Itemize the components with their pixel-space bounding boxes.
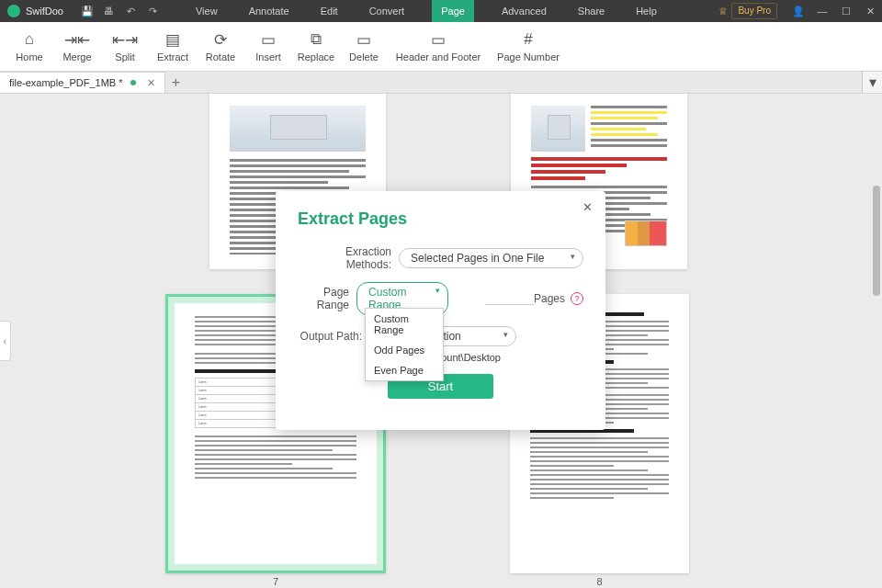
merge-icon: ⇥⇤ — [68, 30, 86, 49]
dialog-close-button[interactable]: ✕ — [582, 200, 593, 214]
output-path-label: Output Path: — [298, 330, 369, 343]
ribbon-insert[interactable]: ▭Insert — [244, 24, 292, 70]
ribbon-home[interactable]: ⌂Home — [6, 24, 53, 70]
page-number-label: 8 — [510, 576, 689, 587]
menu-view[interactable]: View — [192, 0, 221, 22]
dropdown-option-even-page[interactable]: Even Page — [366, 360, 443, 380]
window-maximize-icon[interactable]: ☐ — [834, 0, 858, 22]
pages-input-underline[interactable] — [485, 292, 534, 305]
crown-icon: ♕ — [718, 6, 728, 17]
menu-edit[interactable]: Edit — [317, 0, 342, 22]
redo-icon[interactable]: ↷ — [142, 0, 164, 22]
ribbon-header-footer[interactable]: ▭Header and Footer — [388, 24, 489, 70]
page-number-label: 7 — [165, 576, 386, 587]
pages-label: Pages — [534, 292, 565, 305]
ribbon-extract-label: Extract — [157, 51, 188, 62]
menu-page[interactable]: Page — [432, 0, 474, 22]
app-logo-icon — [7, 5, 20, 17]
title-bar: SwifDoo 💾 🖶 ↶ ↷ View Annotate Edit Conve… — [0, 0, 882, 22]
ribbon-page-number-label: Page Number — [497, 51, 560, 62]
chart-placeholder — [625, 220, 667, 246]
menu-advanced[interactable]: Advanced — [498, 0, 550, 22]
window-close-icon[interactable]: ✕ — [858, 0, 882, 22]
ribbon-header-footer-label: Header and Footer — [396, 51, 481, 62]
ribbon-page-number[interactable]: #Page Number — [489, 24, 568, 70]
ribbon-delete[interactable]: ▭Delete — [340, 24, 388, 70]
side-panel-toggle[interactable]: ‹ — [0, 321, 11, 361]
replace-icon: ⧉ — [307, 30, 325, 49]
user-icon[interactable]: 👤 — [786, 0, 810, 22]
vertical-scrollbar[interactable] — [873, 94, 880, 588]
menu-convert[interactable]: Convert — [366, 0, 409, 22]
window-minimize-icon[interactable]: — — [810, 0, 834, 22]
buy-pro-button[interactable]: Buy Pro — [731, 3, 777, 19]
tab-overflow-button[interactable]: ▾ — [862, 72, 882, 93]
ribbon-home-label: Home — [16, 51, 42, 62]
ribbon-replace[interactable]: ⧉Replace — [292, 24, 340, 70]
ribbon-insert-label: Insert — [255, 51, 281, 62]
document-tab-label: file-example_PDF_1MB * — [9, 77, 123, 88]
home-icon: ⌂ — [20, 30, 39, 49]
ribbon-split-label: Split — [115, 51, 134, 62]
main-menu: View Annotate Edit Convert Page Advanced… — [192, 0, 661, 22]
new-tab-button[interactable]: + — [165, 72, 187, 93]
extraction-method-select[interactable]: Selected Pages in One File — [399, 248, 583, 268]
help-icon[interactable]: ? — [571, 292, 583, 305]
tab-close-icon[interactable]: ✕ — [147, 77, 155, 89]
page-range-label: Page Range — [298, 286, 356, 311]
insert-icon: ▭ — [259, 30, 277, 49]
ribbon-merge[interactable]: ⇥⇤Merge — [53, 24, 101, 70]
delete-icon: ▭ — [355, 30, 373, 49]
dropdown-option-odd-pages[interactable]: Odd Pages — [366, 340, 443, 360]
extract-icon: ▤ — [164, 30, 182, 49]
ribbon-replace-label: Replace — [298, 51, 334, 62]
save-icon[interactable]: 💾 — [76, 0, 98, 22]
scrollbar-thumb[interactable] — [873, 186, 880, 296]
dialog-title: Extract Pages — [298, 209, 583, 229]
menu-help[interactable]: Help — [632, 0, 661, 22]
print-icon[interactable]: 🖶 — [98, 0, 120, 22]
ribbon-split[interactable]: ⇤⇥Split — [101, 24, 149, 70]
split-icon: ⇤⇥ — [116, 30, 134, 49]
ribbon-rotate[interactable]: ⟳Rotate — [197, 24, 244, 70]
unsaved-dot-icon — [130, 80, 136, 85]
document-tab-strip: file-example_PDF_1MB * ✕ + ▾ — [0, 72, 882, 94]
ribbon-delete-label: Delete — [349, 51, 379, 62]
extraction-method-label: Exraction Methods: — [298, 245, 399, 271]
menu-share[interactable]: Share — [574, 0, 608, 22]
ribbon-rotate-label: Rotate — [206, 51, 235, 62]
page-number-icon: # — [519, 30, 537, 49]
ribbon-extract[interactable]: ▤Extract — [149, 24, 197, 70]
ribbon-merge-label: Merge — [62, 51, 91, 62]
ribbon-toolbar: ⌂Home ⇥⇤Merge ⇤⇥Split ▤Extract ⟳Rotate ▭… — [0, 22, 882, 72]
undo-icon[interactable]: ↶ — [120, 0, 142, 22]
rotate-icon: ⟳ — [211, 30, 230, 49]
page-image-placeholder — [230, 106, 366, 152]
menu-annotate[interactable]: Annotate — [245, 0, 293, 22]
page-range-dropdown: Custom Range Odd Pages Even Page — [365, 308, 444, 381]
app-brand: SwifDoo — [26, 6, 63, 17]
dropdown-option-custom-range[interactable]: Custom Range — [366, 309, 443, 340]
header-footer-icon: ▭ — [429, 30, 447, 49]
document-tab[interactable]: file-example_PDF_1MB * ✕ — [0, 72, 165, 93]
